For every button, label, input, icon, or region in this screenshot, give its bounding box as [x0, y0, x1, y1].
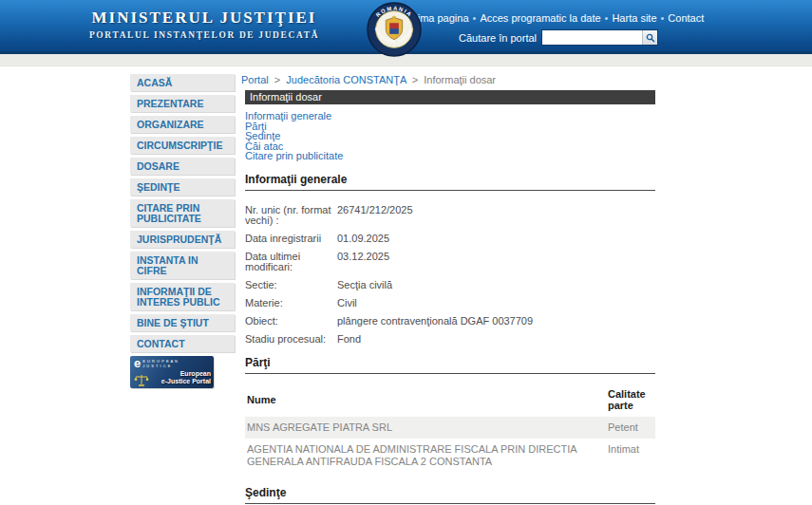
- breadcrumb-separator: >: [274, 74, 280, 85]
- site-header: MINISTERUL JUSTIŢIEI PORTALUL INSTANŢELO…: [0, 0, 812, 54]
- field-row-data-inregistrarii: Data inregistrarii 01.09.2025: [245, 234, 655, 244]
- field-row-obiect: Obiect: plângere contravenţională DGAF 0…: [245, 316, 655, 327]
- breadcrumb-current: Informaţii dosar: [424, 74, 496, 85]
- ejustice-logo-words: E U R O P E A N J U S T I C E: [142, 359, 178, 368]
- party-row: MNS AGREGATE PIATRA SRL Petent: [245, 417, 655, 439]
- party-name: AGENTIA NATIONALA DE ADMINISTRARE FISCAL…: [245, 439, 606, 473]
- nav-link-contact[interactable]: Contact: [668, 12, 704, 24]
- nav-link-acces-programatic[interactable]: Acces programatic la date: [480, 12, 600, 24]
- field-row-stadiu-procesual: Stadiu procesual: Fond: [245, 334, 655, 345]
- search-input[interactable]: [542, 30, 642, 45]
- sidebar-item-instanta-in-cifre[interactable]: INSTANTA IN CIFRE: [130, 252, 235, 279]
- nav-separator: •: [473, 12, 477, 24]
- party-row: AGENTIA NATIONALA DE ADMINISTRARE FISCAL…: [245, 439, 655, 473]
- breadcrumb: Portal > Judecătoria CONSTANŢA > Informa…: [241, 74, 655, 85]
- main-content: Portal > Judecătoria CONSTANŢA > Informa…: [245, 74, 655, 505]
- sidebar-item-organizare[interactable]: ORGANIZARE: [130, 116, 235, 133]
- sidebar-item-contact[interactable]: CONTACT: [130, 335, 235, 352]
- breadcrumb-separator: >: [412, 74, 418, 85]
- sidebar-item-acasa[interactable]: ACASĂ: [130, 74, 235, 91]
- sidebar-item-citare-prin-publicitate[interactable]: CITARE PRIN PUBLICITATE: [130, 199, 235, 227]
- general-info-heading: Informaţii generale: [245, 173, 655, 191]
- quick-link-parti[interactable]: Părţi: [245, 122, 655, 132]
- ejustice-e-icon: e: [134, 358, 141, 369]
- sidebar-item-jurisprudenta[interactable]: JURISPRUDENŢĂ: [130, 231, 235, 248]
- search-label: Căutare în portal: [446, 32, 537, 44]
- field-row-nr-unic: Nr. unic (nr. format vechi) : 26741/212/…: [245, 205, 655, 226]
- hearings-heading: Şedinţe: [245, 486, 655, 504]
- field-label: Obiect:: [245, 316, 337, 327]
- field-label: Sectie:: [245, 280, 337, 290]
- quick-link-citare-prin-publicitate[interactable]: Citare prin publicitate: [245, 151, 655, 161]
- general-info-fields: Nr. unic (nr. format vechi) : 26741/212/…: [245, 205, 655, 345]
- sidebar-item-dosare[interactable]: DOSARE: [130, 158, 235, 175]
- sidebar-item-informatii-interes-public[interactable]: INFORMAŢII DE INTERES PUBLIC: [130, 283, 235, 310]
- sidebar-item-sedinte[interactable]: ŞEDINŢE: [130, 178, 235, 196]
- field-value: Civil: [337, 298, 357, 309]
- breadcrumb-portal[interactable]: Portal: [241, 74, 269, 85]
- column-header-calitate-parte: Calitate parte: [606, 382, 655, 417]
- field-value: plângere contravenţională DGAF 0037709: [337, 316, 533, 327]
- magnifier-icon: [646, 33, 655, 43]
- field-value: 01.09.2025: [337, 234, 389, 244]
- site-subtitle: PORTALUL INSTANŢELOR DE JUDECATĂ: [0, 30, 408, 40]
- search-area: Căutare în portal: [446, 29, 658, 46]
- sidebar-item-bine-de-stiut[interactable]: BINE DE ŞTIUT: [130, 314, 235, 331]
- nav-link-harta-site[interactable]: Harta site: [612, 12, 656, 24]
- ejustice-logo-line2: J U S T I C E: [142, 364, 171, 368]
- party-role: Petent: [606, 417, 655, 439]
- field-label: Nr. unic (nr. format vechi) :: [245, 205, 337, 226]
- ejustice-caption-line2: e-Justice Portal: [161, 378, 211, 384]
- field-value: Fond: [337, 334, 361, 345]
- quick-links: Informaţii generale Părţi Şedinţe Căi at…: [245, 111, 655, 161]
- field-label: Materie:: [245, 298, 337, 309]
- field-label: Stadiu procesual:: [245, 334, 337, 345]
- field-value: 26741/212/2025: [337, 205, 413, 226]
- field-row-data-ultimei-modificari: Data ultimei modificari: 03.12.2025: [245, 252, 655, 272]
- nav-separator: •: [661, 12, 665, 24]
- column-header-nume: Nume: [245, 382, 606, 417]
- quick-link-informatii-generale[interactable]: Informaţii generale: [245, 111, 655, 122]
- portal-page: MINISTERUL JUSTIŢIEI PORTALUL INSTANŢELO…: [0, 0, 812, 505]
- parties-heading: Părţi: [245, 356, 655, 374]
- nav-separator: •: [605, 12, 609, 24]
- ministry-seal-icon: ROMANIA MINISTERUL JUSTIȚIEI: [367, 2, 422, 57]
- section-title-bar: Informaţii dosar: [245, 90, 655, 104]
- breadcrumb-court[interactable]: Judecătoria CONSTANŢA: [286, 74, 406, 85]
- ejustice-logo: e E U R O P E A N J U S T I C E: [134, 358, 178, 369]
- party-name: MNS AGREGATE PIATRA SRL: [245, 417, 606, 439]
- field-value: Secţia civilă: [337, 280, 392, 290]
- party-role: Intimat: [606, 439, 655, 473]
- quick-link-sedinte[interactable]: Şedinţe: [245, 131, 655, 141]
- ejustice-caption: European e-Justice Portal: [161, 370, 211, 385]
- parties-header-row: Nume Calitate parte: [245, 382, 655, 417]
- sidebar-item-prezentare[interactable]: PREZENTARE: [130, 95, 235, 112]
- field-row-sectie: Sectie: Secţia civilă: [245, 280, 655, 290]
- search-button[interactable]: [642, 30, 657, 45]
- field-value: 03.12.2025: [337, 252, 389, 272]
- search-box: [541, 29, 658, 46]
- scales-of-justice-icon: [134, 374, 149, 386]
- field-label: Data ultimei modificari:: [245, 252, 337, 272]
- field-label: Data inregistrarii: [245, 234, 337, 244]
- ejustice-caption-line1: European: [180, 370, 211, 377]
- ejustice-portal-banner[interactable]: e E U R O P E A N J U S T I C E European…: [130, 356, 214, 388]
- parties-table: Nume Calitate parte MNS AGREGATE PIATRA …: [245, 382, 655, 473]
- sidebar-menu: ACASĂ PREZENTARE ORGANIZARE CIRCUMSCRIPŢ…: [130, 74, 235, 388]
- sidebar-item-circumscriptie[interactable]: CIRCUMSCRIPŢIE: [130, 137, 235, 154]
- field-row-materie: Materie: Civil: [245, 298, 655, 309]
